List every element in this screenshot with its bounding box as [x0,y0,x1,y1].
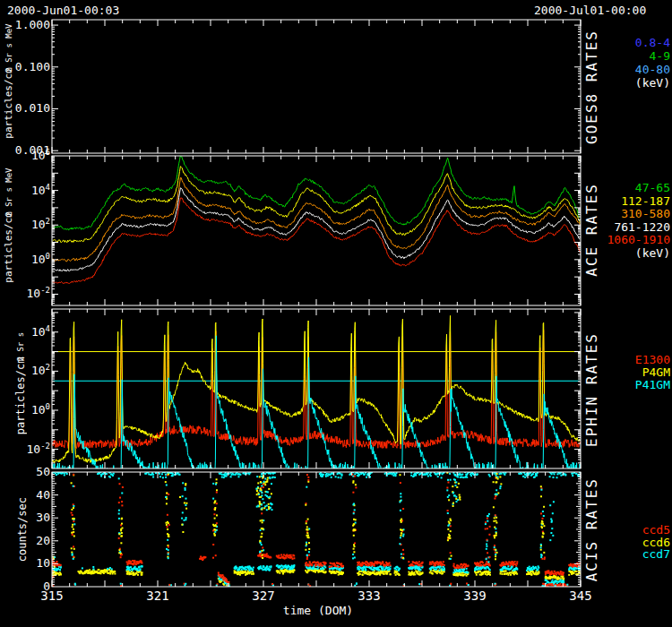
goes8-legend-49: 4-9 [554,49,670,63]
goes8-axes [52,20,581,153]
goes8-legend-keV: (keV) [554,76,670,90]
ace-legend-10601910: 1060-1910 [554,233,670,246]
ephin-ytick-102: 102 [5,364,50,377]
x-tick-label-315: 315 [32,588,72,603]
ephin-data [52,315,581,487]
ephin-ytick-100: 100 [5,403,50,417]
ace-data [52,155,580,283]
acis-data [51,471,582,588]
goes8-y-axis-label: particles/cm2 Sr s MeV [3,19,14,139]
x-tick-label-345: 345 [561,588,600,603]
ace-legend-112187: 112-187 [554,194,670,208]
x-tick-label-333: 333 [349,588,389,603]
ace-axes [52,156,581,305]
ace-y-axis-label: particles/cm2 Sr s MeV [3,163,14,283]
acis-legend-ccd7: ccd7 [554,547,670,561]
ace-legend-keV: (keV) [554,246,670,260]
ace-ytick-10-2: 10-2 [5,287,50,300]
x-tick-label-321: 321 [138,588,177,603]
ace-legend-7611220: 761-1220 [554,220,670,234]
goes8-legend-4080: 40-80 [554,63,670,76]
ephin-ytick-104: 104 [5,325,50,339]
ace-ytick-106: 106 [5,149,50,162]
ephin-series-E1300 [52,330,581,449]
acis-y-axis-label: counts/sec [16,497,29,562]
ephin-legend-P41GM: P41GM [554,378,670,391]
x-tick-label-339: 339 [455,588,495,603]
goes8-legend-084: 0.8-4 [554,36,670,49]
ephin-legend-P4GM: P4GM [554,365,670,379]
ace-series-310-580 [52,177,580,262]
ace-legend-310580: 310-580 [554,207,670,220]
x-axis-title: time (DOM) [255,604,381,617]
ace-series-1060-1910 [52,198,580,284]
ace-series-112-187 [52,167,580,243]
radiation-rates-plot: 2000-Jun01-00:03 2000-Jul01-00:00 1.0000… [0,0,672,627]
acis-ytick-50: 50 [5,465,50,478]
ephin-y-axis-label: particles/cm2 Sr s [14,328,27,434]
ephin-legend-E1300: E1300 [554,353,670,366]
ace-legend-4765: 47-65 [554,181,670,194]
ephin-ytick-10-2: 10-2 [5,442,50,456]
x-tick-label-327: 327 [244,588,283,603]
